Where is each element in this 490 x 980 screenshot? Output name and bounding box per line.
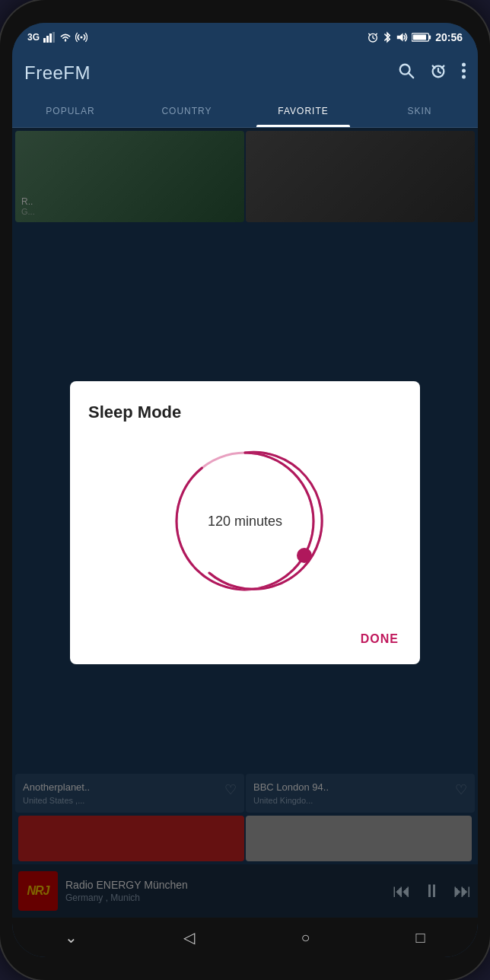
tab-skin[interactable]: SKIN — [361, 94, 478, 127]
svg-point-14 — [462, 69, 466, 73]
top-bar: FreeFM — [12, 52, 478, 94]
content-area: R.. G... Sleep Mode — [12, 128, 478, 918]
dialog-overlay: Sleep Mode — [12, 128, 478, 918]
svg-point-19 — [297, 548, 312, 563]
svg-line-11 — [409, 73, 413, 78]
tab-favorite[interactable]: FAVORITE — [245, 94, 361, 127]
svg-point-4 — [65, 40, 66, 41]
volume-icon — [396, 32, 408, 43]
app-title: FreeFM — [24, 62, 91, 84]
sleep-timer-circle[interactable]: 120 minutes — [161, 438, 329, 605]
bluetooth-icon — [383, 31, 392, 43]
signal-text: 3G — [27, 32, 40, 43]
phone-screen: 3G — [12, 23, 478, 957]
svg-point-5 — [80, 36, 82, 38]
dialog-actions: DONE — [88, 626, 402, 652]
recents-button[interactable]: □ — [415, 929, 425, 947]
status-right: 20:56 — [367, 31, 463, 43]
system-nav: ⌄ ◁ ○ □ — [12, 918, 478, 957]
alarm-status-icon — [367, 31, 379, 43]
back-button[interactable]: ◁ — [183, 928, 195, 947]
wifi-icon — [59, 33, 72, 42]
timer-display: 120 minutes — [208, 514, 282, 530]
svg-rect-3 — [52, 32, 55, 43]
tabs-bar: POPULAR COUNTRY FAVORITE SKIN — [12, 94, 478, 128]
phone-frame: 3G — [0, 0, 490, 980]
status-bar: 3G — [12, 23, 478, 52]
tab-popular[interactable]: POPULAR — [12, 94, 129, 127]
circle-container: 120 minutes — [88, 438, 402, 605]
status-left: 3G — [27, 32, 88, 43]
chevron-down-button[interactable]: ⌄ — [65, 928, 78, 947]
svg-rect-1 — [46, 36, 49, 43]
tab-country[interactable]: COUNTRY — [129, 94, 245, 127]
svg-point-13 — [462, 63, 466, 67]
done-button[interactable]: DONE — [358, 626, 402, 652]
more-button[interactable] — [462, 62, 466, 84]
svg-rect-8 — [429, 35, 431, 39]
top-icons — [398, 62, 466, 84]
svg-rect-9 — [413, 35, 426, 40]
battery-icon — [412, 32, 431, 43]
svg-rect-0 — [43, 38, 46, 43]
signal-icon — [43, 32, 56, 43]
search-button[interactable] — [398, 62, 415, 84]
dialog-title: Sleep Mode — [88, 402, 181, 422]
home-button[interactable]: ○ — [301, 929, 310, 947]
broadcast-icon — [75, 32, 88, 43]
svg-rect-2 — [49, 33, 52, 43]
sleep-mode-dialog: Sleep Mode — [70, 381, 420, 664]
alarm-button[interactable] — [430, 62, 447, 84]
svg-point-15 — [462, 75, 466, 79]
time-display: 20:56 — [435, 31, 463, 43]
